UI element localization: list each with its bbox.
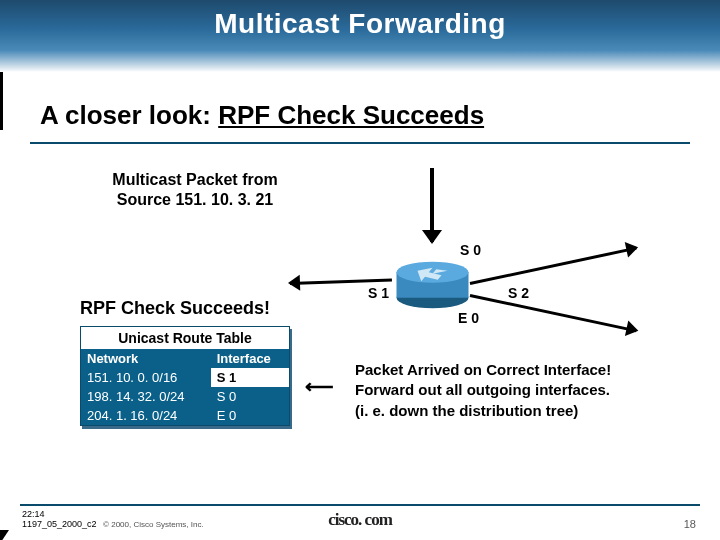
conclusion-line1: Packet Arrived on Correct Interface! [355, 360, 695, 380]
conclusion-text: Packet Arrived on Correct Interface! For… [355, 360, 695, 421]
table-header-row: Network Interface [81, 349, 289, 368]
footer-center: cisco. com [0, 510, 720, 530]
cell-network: 198. 14. 32. 0/24 [81, 387, 211, 406]
outgoing-arrow-down [0, 72, 3, 130]
footer-divider [20, 504, 700, 506]
cisco-logo: cisco. com [328, 510, 392, 529]
rpf-succeeds-label: RPF Check Succeeds! [80, 298, 270, 319]
cell-interface: S 0 [211, 387, 289, 406]
unicast-route-table: Unicast Route Table Network Interface 15… [80, 326, 290, 426]
subtitle: A closer look: RPF Check Succeeds [40, 100, 680, 131]
footer-page-number: 18 [684, 518, 696, 530]
conclusion-line2: Forward out all outgoing interfaces. [355, 380, 695, 400]
svg-point-2 [397, 262, 469, 283]
divider [30, 142, 690, 144]
interface-e0-label: E 0 [458, 310, 479, 326]
packet-label-line1: Multicast Packet from [112, 171, 277, 188]
interface-s2-label: S 2 [508, 285, 529, 301]
outgoing-arrow-upper-right [470, 247, 637, 285]
outgoing-arrow-left [290, 278, 392, 285]
page-title: Multicast Forwarding [0, 0, 720, 40]
subtitle-emph: RPF Check Succeeds [218, 100, 484, 130]
packet-label-line2: Source 151. 10. 3. 21 [117, 191, 274, 208]
cell-network: 204. 1. 16. 0/24 [81, 406, 211, 425]
table-header-interface: Interface [211, 349, 289, 368]
subtitle-prefix: A closer look: [40, 100, 218, 130]
footer: 22:14 1197_05_2000_c2 © 2000, Cisco Syst… [0, 504, 720, 534]
table-row: 204. 1. 16. 0/24 E 0 [81, 406, 289, 425]
header-band: Multicast Forwarding [0, 0, 720, 72]
packet-source-label: Multicast Packet from Source 151. 10. 3.… [85, 170, 305, 210]
interface-s1-label: S 1 [368, 285, 389, 301]
table-header-network: Network [81, 349, 211, 368]
router-icon [395, 260, 470, 310]
route-table-body: Network Interface 151. 10. 0. 0/16 S 1 1… [81, 349, 289, 425]
cell-interface-highlight: S 1 [211, 368, 289, 387]
table-row: 151. 10. 0. 0/16 S 1 [81, 368, 289, 387]
incoming-arrow [430, 168, 434, 242]
table-title: Unicast Route Table [81, 327, 289, 349]
highlight-arrow-icon: ⟵ [305, 374, 334, 398]
conclusion-line3: (i. e. down the distribution tree) [355, 401, 695, 421]
table-row: 198. 14. 32. 0/24 S 0 [81, 387, 289, 406]
cell-interface: E 0 [211, 406, 289, 425]
interface-s0-label: S 0 [460, 242, 481, 258]
outgoing-arrow-lower-right [470, 294, 637, 332]
cell-network: 151. 10. 0. 0/16 [81, 368, 211, 387]
